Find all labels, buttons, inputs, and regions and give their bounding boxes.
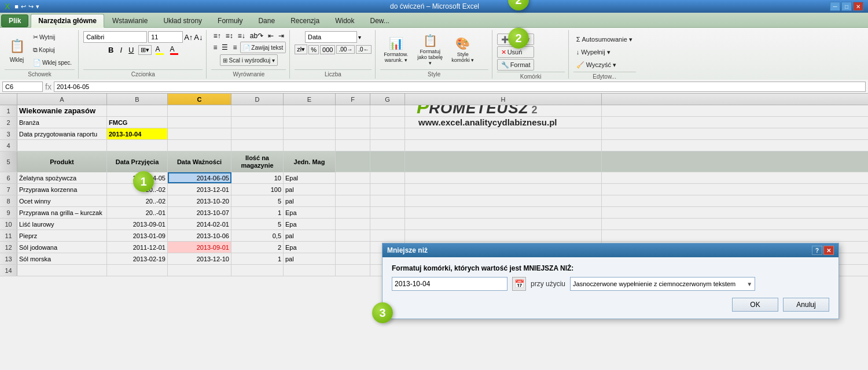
tab-recenzja[interactable]: Recenzja — [283, 14, 327, 27]
align-left-button[interactable]: ≡ — [211, 43, 219, 52]
cell-b12[interactable]: 2011-12-01 — [107, 242, 168, 253]
cell-g6[interactable] — [370, 172, 405, 183]
dialog-format-dropdown[interactable]: Jasnoczerwone wypełnienie z ciemnoczerwo… — [570, 277, 755, 291]
cell-c3[interactable] — [168, 128, 231, 139]
cell-g9[interactable] — [370, 207, 405, 218]
usun-button[interactable]: ✕ Usuń — [497, 46, 535, 58]
cell-a13[interactable]: Sól morska — [17, 253, 107, 264]
cell-c11[interactable]: 2013-10-06 — [168, 230, 231, 241]
style-komorki-button[interactable]: 🎨 Style komórki ▾ — [448, 32, 477, 67]
cell-d9[interactable]: 1 — [231, 207, 284, 218]
cell-e5[interactable]: Jedn. Mag — [284, 151, 336, 172]
cell-d5[interactable]: Ilość na magazynie — [231, 151, 284, 172]
increase-decimal-button[interactable]: .00→ — [336, 45, 355, 54]
cell-e14[interactable] — [284, 265, 336, 276]
cell-h9[interactable] — [405, 207, 602, 218]
cell-g1[interactable] — [370, 105, 405, 116]
cell-a11[interactable]: Pieprz — [17, 230, 107, 241]
wklej-specjalne-button[interactable]: 📄Wklej spec. — [30, 57, 75, 68]
cell-h5[interactable] — [405, 151, 602, 172]
cell-f12[interactable] — [336, 242, 370, 253]
font-size-box[interactable]: 11 — [148, 31, 183, 43]
font-size-up-icon[interactable]: A↑ — [184, 33, 193, 42]
cell-b14[interactable] — [107, 265, 168, 276]
cell-b11[interactable]: 2013-01-09 — [107, 230, 168, 241]
cell-g3[interactable] — [370, 128, 405, 139]
cell-e7[interactable]: pal — [284, 184, 336, 195]
scal-wyrodkuj-button[interactable]: ⊞ Scal i wyśrodkuj ▾ — [220, 54, 278, 66]
wyczysc-button[interactable]: 🧹 Wyczyść ▾ — [573, 59, 619, 71]
tab-formuly[interactable]: Formuły — [210, 14, 250, 27]
align-bottom-button[interactable]: ≡↓ — [236, 31, 247, 40]
cell-b8[interactable]: 20..-02 — [107, 195, 168, 206]
quick-access-redo[interactable]: ↪ — [28, 3, 34, 10]
currency-button[interactable]: zł▾ — [295, 45, 307, 54]
cell-d2[interactable] — [231, 117, 284, 128]
align-top-button[interactable]: ≡↑ — [212, 31, 223, 40]
cell-f4[interactable] — [336, 140, 370, 151]
cell-b5[interactable]: Data Przyjęcia — [107, 151, 168, 172]
cell-a3[interactable]: Data przygotowania raportu — [17, 128, 107, 139]
align-right-button[interactable]: ≡ — [231, 43, 238, 52]
cell-f11[interactable] — [336, 230, 370, 241]
font-size-down-icon[interactable]: A↓ — [194, 33, 203, 42]
cell-a8[interactable]: Ocet winny — [17, 195, 107, 206]
decrease-decimal-button[interactable]: .0← — [356, 45, 371, 54]
dialog-cancel-button[interactable]: Anuluj — [783, 298, 829, 312]
format-button[interactable]: 🔧 Format — [497, 59, 535, 71]
quick-access-undo[interactable]: ↩ — [21, 3, 26, 10]
cell-c5[interactable]: Data Ważności — [168, 151, 231, 172]
cell-d8[interactable]: 5 — [231, 195, 284, 206]
underline-button[interactable]: U — [126, 45, 136, 56]
cell-f6[interactable] — [336, 172, 370, 183]
tab-wstawianie[interactable]: Wstawianie — [105, 14, 155, 27]
dialog-close-button[interactable]: ✕ — [823, 246, 834, 255]
indent-inc-button[interactable]: ⇤ — [266, 31, 275, 40]
cell-c6[interactable]: 2014-06-05 — [168, 172, 231, 183]
cell-b13[interactable]: 2013-02-19 — [107, 253, 168, 264]
cell-b2[interactable]: FMCG — [107, 117, 168, 128]
cell-g5[interactable] — [370, 151, 405, 172]
cell-g8[interactable] — [370, 195, 405, 206]
tab-dane[interactable]: Dane — [251, 14, 282, 27]
cell-a10[interactable]: Liść laurowy — [17, 219, 107, 230]
quick-access-save[interactable]: ■ — [14, 3, 19, 10]
col-header-e[interactable]: E — [284, 94, 336, 105]
number-format-selector[interactable]: Data — [305, 31, 357, 43]
zawijaj-tekst-button[interactable]: 📄 Zawijaj tekst — [240, 42, 286, 53]
border-button[interactable]: ⊞▾ — [138, 45, 152, 55]
cell-b3[interactable]: 2013-10-04 — [107, 128, 168, 139]
cell-e11[interactable]: pal — [284, 230, 336, 241]
cell-a7[interactable]: Przyprawa korzenna — [17, 184, 107, 195]
number-format-more[interactable]: ▾ — [358, 34, 361, 40]
cell-d3[interactable] — [231, 128, 284, 139]
dialog-ok-button[interactable]: OK — [732, 298, 778, 312]
cell-e9[interactable]: Epa — [284, 207, 336, 218]
col-header-g[interactable]: G — [370, 94, 405, 105]
cell-c14[interactable] — [168, 265, 231, 276]
formatow-warunk-button[interactable]: 📊 Formatow. warunk. ▾ — [380, 32, 412, 67]
wklej-button[interactable]: 📋 Wklej — [5, 32, 29, 67]
cell-c9[interactable]: 2013-10-07 — [168, 207, 231, 218]
wytnij-button[interactable]: ✂Wytnij — [30, 31, 75, 43]
cell-d6[interactable]: 10 — [231, 172, 284, 183]
cell-f7[interactable] — [336, 184, 370, 195]
cell-c8[interactable]: 2013-10-20 — [168, 195, 231, 206]
cell-f9[interactable] — [336, 207, 370, 218]
cell-f13[interactable] — [336, 253, 370, 264]
cell-c1[interactable] — [168, 105, 231, 116]
cell-c13[interactable]: 2013-12-10 — [168, 253, 231, 264]
minimize-button[interactable]: ─ — [830, 2, 840, 11]
cell-f14[interactable] — [336, 265, 370, 276]
calendar-picker-button[interactable]: 📅 — [512, 277, 526, 291]
cell-c4[interactable] — [168, 140, 231, 151]
bold-button[interactable]: B — [106, 45, 116, 56]
thousands-button[interactable]: 000 — [320, 45, 335, 54]
col-header-f[interactable]: F — [336, 94, 370, 105]
cell-f5[interactable] — [336, 151, 370, 172]
cell-b10[interactable]: 2013-09-01 — [107, 219, 168, 230]
cell-h3[interactable] — [405, 128, 602, 139]
cell-c12[interactable]: 2013-09-01 — [168, 242, 231, 253]
kopiuj-button[interactable]: ⧉Kopiuj — [30, 44, 75, 56]
cell-e4[interactable] — [284, 140, 336, 151]
